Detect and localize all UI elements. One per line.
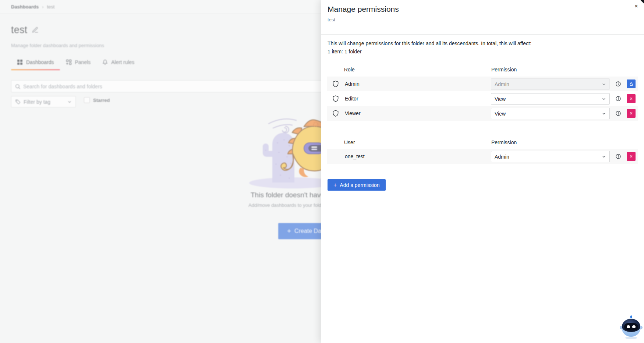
info-icon (615, 81, 621, 87)
info-icon (615, 153, 621, 159)
permission-row-user: one_test Admin × (327, 149, 638, 164)
permissions-description: This will change permissions for this fo… (328, 40, 531, 46)
assistant-robot-avatar[interactable] (619, 314, 643, 340)
remove-permission-button[interactable]: × (627, 94, 636, 103)
shield-icon (332, 95, 339, 102)
drawer-subtitle: test (328, 17, 335, 22)
starred-checkbox[interactable] (84, 97, 90, 103)
manage-permissions-drawer: × Manage permissions test This will chan… (321, 0, 644, 343)
tab-bar: Dashboards Panels Alert rules (11, 57, 140, 70)
permission-row-admin: Admin Admin (327, 77, 638, 91)
plus-icon: + (287, 227, 291, 235)
empty-state-subtitle: Add/move dashboards to your folder at (248, 202, 331, 208)
permission-select[interactable]: Admin (491, 151, 610, 162)
apps-grid-icon (17, 59, 23, 65)
permission-select[interactable]: View (491, 108, 610, 119)
affected-count: 1 item: 1 folder (328, 49, 362, 54)
panels-icon (66, 59, 72, 65)
permission-select[interactable]: View (491, 93, 610, 105)
filter-by-tag-select[interactable]: Filter by tag (11, 96, 76, 107)
user-column-header: User (344, 139, 355, 145)
screen: Dashboards › test test Manage folder das… (0, 0, 644, 343)
empty-folder-illustration (232, 109, 324, 190)
filter-by-tag-label: Filter by tag (24, 99, 64, 105)
search-icon (15, 84, 21, 89)
remove-permission-button[interactable]: × (627, 109, 636, 118)
info-icon (615, 96, 621, 102)
remove-permission-button[interactable]: × (627, 152, 636, 161)
tab-label: Dashboards (26, 59, 54, 65)
user-name: one_test (345, 149, 365, 164)
starred-label: Starred (93, 98, 110, 103)
permission-row-viewer: Viewer View × (327, 106, 638, 121)
add-permission-label: Add a permission (340, 182, 379, 188)
chevron-down-icon (67, 100, 72, 104)
breadcrumb-separator-icon: › (42, 4, 43, 10)
tab-dashboards[interactable]: Dashboards (11, 57, 60, 70)
page-subtitle: Manage folder dashboards and permissions (11, 43, 104, 48)
add-permission-button[interactable]: + Add a permission (328, 179, 386, 191)
tab-panels[interactable]: Panels (60, 57, 97, 70)
permission-column-header: Permission (491, 67, 517, 73)
role-column-header: Role (344, 67, 355, 73)
bell-icon (102, 59, 108, 65)
breadcrumb-dashboards[interactable]: Dashboards (11, 4, 39, 10)
tab-label: Alert rules (111, 59, 134, 65)
edit-pencil-icon[interactable] (32, 26, 39, 33)
role-name: Editor (345, 91, 358, 106)
tab-label: Panels (75, 59, 91, 65)
permission-column-header: Permission (491, 139, 517, 145)
search-placeholder: Search for dashboards and folders (23, 84, 102, 89)
info-icon (615, 110, 621, 116)
role-name: Admin (345, 77, 360, 91)
shield-icon (332, 110, 339, 117)
plus-icon: + (333, 182, 337, 188)
breadcrumb-current: test (47, 4, 54, 10)
tab-alert-rules[interactable]: Alert rules (96, 57, 140, 70)
permission-select: Admin (491, 78, 610, 90)
shield-icon (332, 80, 339, 88)
tag-icon (15, 99, 21, 105)
drawer-title: Manage permissions (328, 5, 399, 14)
role-name: Viewer (345, 106, 361, 121)
close-icon[interactable]: × (633, 3, 640, 10)
page-title: test (11, 24, 27, 36)
lock-button (627, 79, 636, 88)
divider (321, 34, 644, 35)
permission-row-editor: Editor View × (327, 91, 638, 106)
